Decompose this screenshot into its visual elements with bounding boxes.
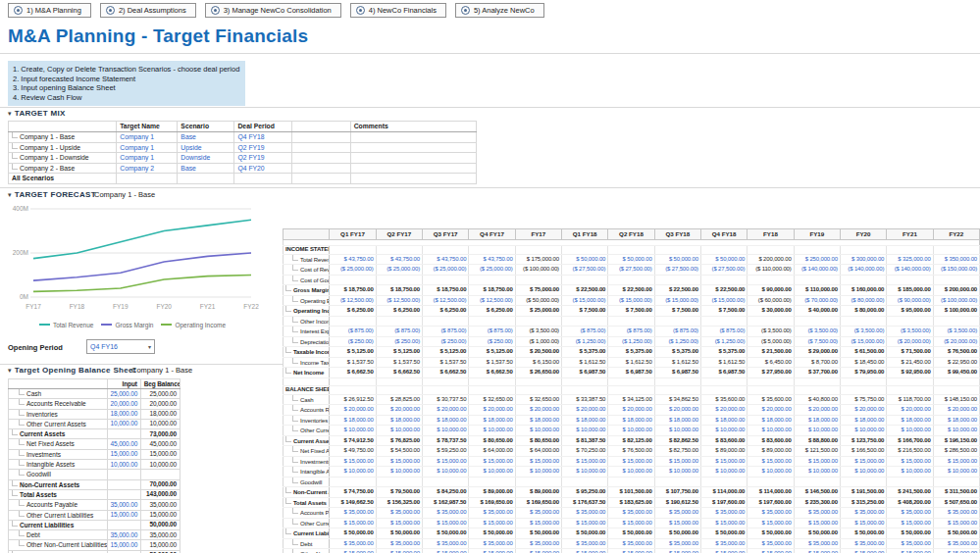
forecast-cell[interactable] bbox=[561, 316, 607, 327]
forecast-cell[interactable]: $ 18,000.00 bbox=[794, 415, 840, 426]
forecast-cell[interactable] bbox=[933, 477, 979, 487]
forecast-cell[interactable]: $ 43,750.00 bbox=[422, 254, 468, 265]
forecast-cell[interactable] bbox=[376, 316, 422, 327]
forecast-cell[interactable]: $ 15,000.00 bbox=[748, 456, 794, 467]
forecast-cell[interactable]: $ 15,000.00 bbox=[933, 549, 979, 553]
forecast-cell[interactable]: ($ 12,500.00) bbox=[330, 295, 376, 306]
forecast-cell[interactable]: $ 10,000.00 bbox=[561, 426, 607, 436]
forecast-cell[interactable]: $ 10,000.00 bbox=[933, 467, 979, 478]
nav-button-analyze-newco[interactable]: 5) Analyze NewCo bbox=[455, 3, 544, 18]
forecast-cell[interactable] bbox=[700, 316, 747, 327]
forecast-cell[interactable]: ($ 25,000.00) bbox=[422, 265, 468, 276]
forecast-cell[interactable]: ($ 3,500.00) bbox=[794, 327, 840, 337]
forecast-cell[interactable]: $ 10,000.00 bbox=[748, 426, 794, 436]
forecast-cell[interactable] bbox=[376, 275, 422, 285]
forecast-cell[interactable]: ($ 25,000.00) bbox=[469, 265, 515, 276]
forecast-cell[interactable]: ($ 20,000.00) bbox=[887, 336, 933, 347]
forecast-cell[interactable]: $ 10,000.00 bbox=[422, 426, 468, 436]
forecast-cell[interactable]: $ 20,000.00 bbox=[794, 405, 840, 416]
input-cell[interactable]: 15,000.00 bbox=[107, 449, 140, 459]
nav-button-newco-financials[interactable]: 4) NewCo Financials bbox=[350, 3, 446, 18]
forecast-cell[interactable]: $ 15,000.00 bbox=[515, 456, 561, 467]
comments-cell[interactable] bbox=[350, 142, 476, 153]
forecast-cell[interactable]: $ 10,000.00 bbox=[840, 467, 886, 478]
input-cell[interactable]: 45,000.00 bbox=[107, 439, 140, 449]
forecast-cell[interactable]: $ 35,000.00 bbox=[654, 508, 700, 519]
forecast-cell[interactable]: $ 50,000.00 bbox=[608, 254, 654, 265]
forecast-cell[interactable]: $ 18,000.00 bbox=[422, 415, 468, 426]
comments-cell[interactable] bbox=[350, 132, 476, 143]
forecast-cell[interactable] bbox=[794, 275, 840, 285]
target-name-cell[interactable]: Company 1 bbox=[117, 132, 178, 143]
forecast-cell[interactable]: $ 20,000.00 bbox=[933, 405, 979, 416]
forecast-cell[interactable]: $ 35,000.00 bbox=[748, 508, 794, 519]
forecast-cell[interactable] bbox=[422, 275, 468, 285]
forecast-cell[interactable]: $ 20,000.00 bbox=[376, 405, 422, 416]
forecast-cell[interactable]: ($ 12,500.00) bbox=[376, 295, 422, 306]
forecast-cell[interactable]: ($ 15,000.00) bbox=[840, 336, 886, 347]
forecast-cell[interactable] bbox=[700, 477, 747, 487]
forecast-cell[interactable]: ($ 12,500.00) bbox=[469, 295, 515, 306]
forecast-cell[interactable]: ($ 3,500.00) bbox=[840, 327, 886, 337]
forecast-cell[interactable] bbox=[887, 275, 933, 285]
input-cell[interactable] bbox=[107, 479, 140, 489]
forecast-cell[interactable]: $ 10,000.00 bbox=[654, 467, 700, 478]
forecast-cell[interactable]: $ 15,000.00 bbox=[748, 518, 794, 528]
forecast-cell[interactable]: $ 15,000.00 bbox=[700, 456, 747, 467]
forecast-cell[interactable]: $ 10,000.00 bbox=[561, 467, 607, 478]
forecast-cell[interactable]: $ 250,000.00 bbox=[794, 254, 840, 265]
forecast-cell[interactable]: $ 18,000.00 bbox=[330, 415, 376, 426]
forecast-cell[interactable]: $ 35,000.00 bbox=[515, 508, 561, 519]
forecast-cell[interactable]: $ 43,750.00 bbox=[469, 254, 515, 265]
scenario-cell[interactable]: Base bbox=[178, 163, 234, 174]
forecast-cell[interactable]: ($ 90,000.00) bbox=[887, 295, 933, 306]
forecast-cell[interactable]: $ 20,000.00 bbox=[887, 405, 933, 416]
forecast-cell[interactable] bbox=[469, 275, 515, 285]
target-name-cell[interactable]: Company 1 bbox=[117, 142, 178, 153]
forecast-cell[interactable]: $ 10,000.00 bbox=[469, 426, 515, 436]
forecast-cell[interactable]: $ 10,000.00 bbox=[748, 467, 794, 478]
forecast-cell[interactable]: $ 15,000.00 bbox=[794, 549, 840, 553]
forecast-cell[interactable]: ($ 250.00) bbox=[330, 336, 376, 347]
input-cell[interactable]: 15,000.00 bbox=[107, 510, 140, 520]
forecast-cell[interactable]: $ 15,000.00 bbox=[469, 456, 515, 467]
forecast-cell[interactable] bbox=[794, 477, 840, 487]
comments-cell[interactable] bbox=[350, 163, 476, 174]
forecast-cell[interactable]: $ 10,000.00 bbox=[422, 467, 468, 478]
forecast-cell[interactable]: $ 35,000.00 bbox=[330, 538, 376, 549]
forecast-cell[interactable]: $ 35,000.00 bbox=[933, 538, 979, 549]
forecast-cell[interactable]: $ 15,000.00 bbox=[887, 456, 933, 467]
forecast-cell[interactable]: $ 35,000.00 bbox=[469, 508, 515, 519]
forecast-cell[interactable]: $ 10,000.00 bbox=[887, 426, 933, 436]
forecast-cell[interactable]: $ 15,000.00 bbox=[654, 518, 700, 528]
forecast-cell[interactable]: ($ 875.00) bbox=[608, 327, 654, 337]
forecast-cell[interactable] bbox=[748, 477, 794, 487]
forecast-cell[interactable]: $ 15,000.00 bbox=[654, 549, 700, 553]
forecast-cell[interactable] bbox=[330, 477, 376, 487]
nav-button-manage-newco-consolidation[interactable]: 3) Manage NewCo Consolidation bbox=[205, 3, 341, 18]
forecast-cell[interactable]: ($ 15,000.00) bbox=[561, 295, 607, 306]
forecast-cell[interactable] bbox=[654, 316, 700, 327]
forecast-cell[interactable]: $ 35,000.00 bbox=[794, 508, 840, 519]
forecast-cell[interactable] bbox=[887, 316, 933, 327]
scenario-cell[interactable]: Upside bbox=[178, 142, 234, 153]
forecast-cell[interactable]: $ 35,000.00 bbox=[794, 538, 840, 549]
forecast-cell[interactable]: $ 15,000.00 bbox=[933, 518, 979, 528]
forecast-cell[interactable]: $ 10,000.00 bbox=[608, 467, 654, 478]
forecast-cell[interactable]: $ 35,000.00 bbox=[608, 508, 654, 519]
forecast-cell[interactable]: $ 50,000.00 bbox=[561, 254, 607, 265]
forecast-cell[interactable]: $ 10,000.00 bbox=[887, 467, 933, 478]
forecast-cell[interactable] bbox=[840, 316, 886, 327]
forecast-cell[interactable]: $ 20,000.00 bbox=[748, 405, 794, 416]
forecast-cell[interactable]: ($ 27,500.00) bbox=[608, 265, 654, 276]
forecast-cell[interactable] bbox=[376, 477, 422, 487]
forecast-cell[interactable]: ($ 1,250.00) bbox=[700, 336, 747, 347]
forecast-cell[interactable]: $ 18,000.00 bbox=[700, 415, 747, 426]
forecast-cell[interactable]: $ 10,000.00 bbox=[515, 426, 561, 436]
forecast-cell[interactable] bbox=[422, 477, 468, 487]
forecast-cell[interactable]: ($ 15,000.00) bbox=[654, 295, 700, 306]
forecast-cell[interactable]: $ 15,000.00 bbox=[840, 518, 886, 528]
scenario-cell[interactable]: Downside bbox=[178, 153, 234, 164]
forecast-cell[interactable]: $ 350,000.00 bbox=[933, 254, 979, 265]
deal-period-cell[interactable]: Q4 FY20 bbox=[234, 163, 291, 174]
